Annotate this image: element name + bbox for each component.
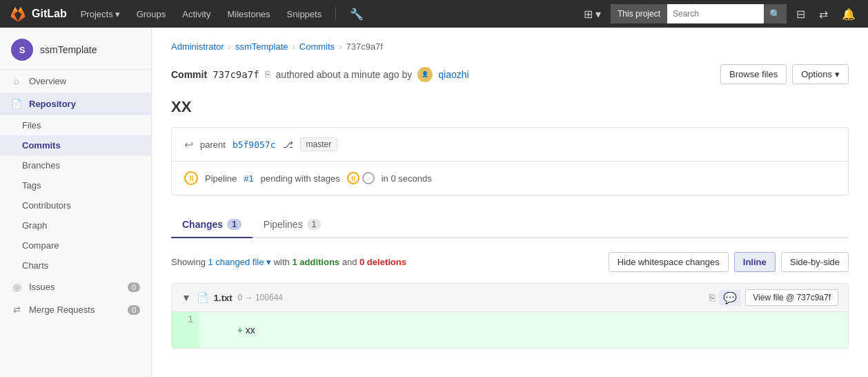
tabs-bar: Changes 1 Pipelines 1 xyxy=(171,212,849,238)
sidebar-item-repository[interactable]: 📄 Repository xyxy=(0,93,151,115)
deletions-text: 0 deletions xyxy=(359,257,406,267)
tab-changes[interactable]: Changes 1 xyxy=(171,212,253,238)
sidebar-item-files[interactable]: Files xyxy=(0,115,151,135)
copy-file-path-icon[interactable]: ⎘ xyxy=(709,292,715,303)
changes-summary-text: Showing 1 changed file ▾ with 1 addition… xyxy=(171,257,406,267)
pipeline-status-icon: ⏸ xyxy=(184,171,198,185)
merge-requests-icon: ⇄ xyxy=(11,304,22,315)
commit-label: Commit xyxy=(171,69,207,80)
search-scope-button[interactable]: This project xyxy=(611,4,667,23)
content-inner: Administrator › ssmTemplate › Commits › … xyxy=(152,28,868,362)
copy-hash-icon[interactable]: ⎘ xyxy=(265,69,270,79)
author-avatar: 👤 xyxy=(417,67,433,82)
parent-label: parent xyxy=(200,139,226,150)
branch-name: master xyxy=(306,139,332,149)
nav-merge-requests-icon[interactable]: ⇄ xyxy=(815,5,832,23)
nav-wrench-icon[interactable]: 🔧 xyxy=(344,5,369,23)
branch-tag[interactable]: master xyxy=(300,137,338,151)
sidebar-user-info: S ssmTemplate xyxy=(0,28,151,70)
nav-milestones[interactable]: Milestones xyxy=(221,6,275,22)
pipeline-status-text: pending with stages xyxy=(261,173,340,184)
nav-groups[interactable]: Groups xyxy=(131,6,172,22)
additions-text: 1 additions xyxy=(292,257,339,267)
file-diff-header: ▼ 📄 1.txt 0 → 100644 ⎘ 💬 View file @ 737… xyxy=(172,284,848,312)
view-file-button[interactable]: View file @ 737c9a7f xyxy=(745,289,838,306)
commit-title: XX xyxy=(171,98,849,116)
book-icon: 📄 xyxy=(11,99,22,109)
options-button[interactable]: Options ▾ xyxy=(792,64,849,84)
diff-line-number: 1 xyxy=(172,312,199,348)
commit-card: ↩ parent b5f9057c ⎇ master ⏸ Pipeline #1… xyxy=(171,127,849,195)
gitlab-brand-name: GitLab xyxy=(32,8,67,20)
parent-arrow-icon: ↩ xyxy=(184,138,193,151)
page-layout: S ssmTemplate ⌂ Overview 📄 Repository Fi… xyxy=(0,28,868,377)
commit-info: Commit 737c9a7f ⎘ authored about a minut… xyxy=(171,67,469,82)
breadcrumb-sep-2: › xyxy=(293,41,295,52)
search-wrapper: This project 🔍 xyxy=(611,4,787,23)
file-mode: 0 → 100644 xyxy=(238,293,283,302)
browse-files-button[interactable]: Browse files xyxy=(720,64,787,84)
sidebar-item-issues[interactable]: ◎ Issues 0 xyxy=(0,276,151,298)
top-navigation: GitLab Projects ▾ Groups Activity Milest… xyxy=(0,0,868,28)
nav-divider xyxy=(335,7,336,21)
nav-activity[interactable]: Activity xyxy=(177,6,216,22)
sidebar-item-branches[interactable]: Branches xyxy=(0,155,151,175)
sidebar-item-overview[interactable]: ⌂ Overview xyxy=(0,70,151,93)
sidebar-item-commits[interactable]: Commits xyxy=(0,135,151,155)
nav-projects[interactable]: Projects ▾ xyxy=(75,6,126,22)
home-icon: ⌂ xyxy=(11,76,22,86)
collapse-diff-button[interactable]: ▼ xyxy=(181,292,191,303)
pipeline-time: in 0 seconds xyxy=(382,173,432,184)
search-input[interactable] xyxy=(667,4,764,23)
breadcrumb-commits[interactable]: Commits xyxy=(299,41,335,52)
nav-notifications-icon[interactable]: 🔔 xyxy=(838,5,860,23)
stage-dot-1: ⏸ xyxy=(347,172,359,184)
file-type-icon: 📄 xyxy=(197,292,208,303)
sidebar-item-tags[interactable]: Tags xyxy=(0,175,151,195)
pipelines-count-badge: 1 xyxy=(307,219,322,230)
pipeline-label: Pipeline xyxy=(205,173,237,184)
pipeline-link[interactable]: #1 xyxy=(244,173,253,184)
sidebar-item-merge-requests[interactable]: ⇄ Merge Requests 0 xyxy=(0,298,151,321)
stage-dot-2: ○ xyxy=(362,172,375,184)
sidebar-item-graph[interactable]: Graph xyxy=(0,215,151,235)
nav-panels-icon[interactable]: ⊟ xyxy=(792,5,809,23)
changed-file-link[interactable]: 1 changed file ▾ xyxy=(208,257,274,267)
commit-hash-value: 737c9a7f xyxy=(213,69,259,80)
breadcrumb-administrator[interactable]: Administrator xyxy=(171,41,224,52)
nav-plus-button[interactable]: ⊞ ▾ xyxy=(580,5,605,23)
file-diff: ▼ 📄 1.txt 0 → 100644 ⎘ 💬 View file @ 737… xyxy=(171,283,849,349)
changes-count-badge: 1 xyxy=(227,219,241,230)
pipeline-row: ⏸ Pipeline #1 pending with stages ⏸ ○ in… xyxy=(172,162,848,195)
changes-summary: Showing 1 changed file ▾ with 1 addition… xyxy=(171,252,849,272)
issues-badge: 0 xyxy=(128,282,140,292)
inline-button[interactable]: Inline xyxy=(734,252,776,272)
pipeline-stages: ⏸ ○ xyxy=(347,172,375,184)
changes-actions: Hide whitespace changes Inline Side-by-s… xyxy=(609,252,849,272)
issues-icon: ◎ xyxy=(11,282,22,292)
sidebar-item-contributors[interactable]: Contributors xyxy=(0,195,151,215)
diff-line-added: 1 + xx xyxy=(172,312,848,348)
breadcrumb-sep-3: › xyxy=(339,41,342,52)
nav-snippets[interactable]: Snippets xyxy=(282,6,328,22)
breadcrumb-project[interactable]: ssmTemplate xyxy=(235,41,288,52)
sidebar-username: ssmTemplate xyxy=(40,44,97,55)
search-submit-button[interactable]: 🔍 xyxy=(764,4,787,23)
sidebar-item-compare[interactable]: Compare xyxy=(0,235,151,255)
comment-icon: 💬 xyxy=(719,290,741,306)
sidebar-item-charts[interactable]: Charts xyxy=(0,255,151,276)
branch-icon: ⎇ xyxy=(283,139,293,150)
side-by-side-button[interactable]: Side-by-side xyxy=(781,252,849,272)
author-link[interactable]: qiaozhi xyxy=(438,69,468,80)
parent-hash-link[interactable]: b5f9057c xyxy=(233,139,276,150)
file-name: 1.txt xyxy=(214,293,233,303)
hide-whitespace-button[interactable]: Hide whitespace changes xyxy=(609,252,729,272)
gitlab-logo[interactable]: GitLab xyxy=(8,4,67,23)
breadcrumb: Administrator › ssmTemplate › Commits › … xyxy=(171,41,849,52)
file-diff-actions: ⎘ 💬 View file @ 737c9a7f xyxy=(709,289,838,306)
tab-pipelines[interactable]: Pipelines 1 xyxy=(253,212,333,238)
gitlab-logo-icon xyxy=(8,4,28,23)
diff-line-content: + xx xyxy=(199,312,848,348)
sidebar: S ssmTemplate ⌂ Overview 📄 Repository Fi… xyxy=(0,28,152,377)
main-content: Administrator › ssmTemplate › Commits › … xyxy=(152,28,868,377)
